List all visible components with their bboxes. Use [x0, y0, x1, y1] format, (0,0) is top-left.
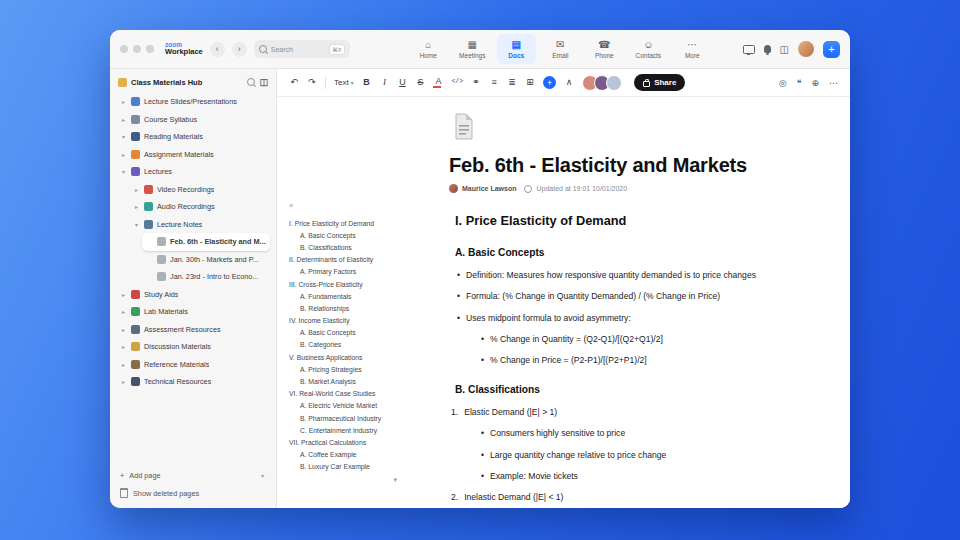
collapse-toolbar-button[interactable]: ∧ [564, 78, 574, 87]
panel-toggle-icon[interactable]: ◫ [780, 44, 789, 55]
tree-chevron-icon[interactable]: ▾ [120, 168, 127, 175]
sidebar-tree-item[interactable]: ▸ Reference Materials [116, 356, 270, 374]
nav-tab[interactable]: ⋯ More [673, 34, 712, 64]
nav-tab[interactable]: ✉ Email [541, 34, 580, 64]
outline-item[interactable]: VII. Practical Calculations [289, 436, 397, 448]
tree-chevron-icon[interactable]: ▸ [120, 116, 127, 123]
sidebar-tree-item[interactable]: ▸ Technical Resources [116, 373, 270, 391]
notifications-bell-icon[interactable] [764, 45, 771, 53]
show-deleted-pages-button[interactable]: Show deleted pages [120, 488, 266, 498]
nav-forward-button[interactable]: › [232, 42, 247, 57]
align-button[interactable]: ≣ [507, 78, 517, 87]
outline-item[interactable]: III. Cross-Price Elasticity [289, 278, 397, 290]
outline-item[interactable]: B. Classifications [289, 241, 397, 253]
sidebar-tree-item[interactable]: ▾ Reading Materials [116, 128, 270, 146]
bullet-list-button[interactable]: ≡ [489, 78, 499, 87]
sidebar-tree-item[interactable]: Jan. 23rd - Intro to Econo... [142, 268, 270, 286]
outline-item[interactable]: V. Business Applications [289, 351, 397, 363]
tree-chevron-icon[interactable]: ▸ [120, 291, 127, 298]
outline-item[interactable]: B. Luxury Car Example [289, 461, 397, 473]
code-button[interactable]: </> [451, 79, 463, 86]
doc-block[interactable]: • Definition: Measures how responsive qu… [457, 270, 817, 281]
outline-item[interactable]: A. Electric Vehicle Market [289, 400, 397, 412]
window-close-button[interactable] [120, 45, 128, 53]
tree-chevron-icon[interactable]: ▸ [133, 186, 140, 193]
undo-button[interactable]: ↶ [289, 78, 299, 87]
add-page-button[interactable]: + Add page ▾ [120, 471, 266, 480]
device-icon[interactable] [743, 45, 755, 54]
tree-chevron-icon[interactable]: ▾ [120, 133, 127, 140]
window-zoom-button[interactable] [146, 45, 154, 53]
text-style-dropdown[interactable]: Text ▾ [334, 78, 353, 87]
bold-button[interactable]: B [361, 78, 371, 87]
outline-item[interactable]: C. Entertainment Industry [289, 424, 397, 436]
doc-block[interactable]: 1. Elastic Demand (|E| > 1) [451, 407, 817, 418]
italic-button[interactable]: I [379, 78, 389, 87]
nav-tab[interactable]: ☺ Contacts [629, 34, 668, 64]
nav-tab[interactable]: ▦ Meetings [453, 34, 492, 64]
share-button[interactable]: Share [634, 74, 685, 91]
doc-block[interactable]: • Example: Movie tickets [481, 471, 817, 482]
sidebar-tree-item[interactable]: ▾ Lectures [116, 163, 270, 181]
document-scroll-area[interactable]: « I. Price Elasticity of Demand A. Basic… [277, 97, 850, 508]
sidebar-tree-item[interactable]: ▸ Discussion Materials [116, 338, 270, 356]
doc-block[interactable]: • Consumers highly sensitive to price [481, 428, 817, 439]
sidebar-collapse-icon[interactable]: ◫ [259, 77, 268, 87]
text-color-button[interactable]: A [433, 77, 443, 88]
sidebar-tree-item[interactable]: ▸ Lecture Slides/Presentations [116, 93, 270, 111]
outline-item[interactable]: B. Categories [289, 339, 397, 351]
tree-chevron-icon[interactable]: ▸ [120, 151, 127, 158]
doc-block[interactable]: 2. Inelastic Demand (|E| < 1) [451, 492, 817, 503]
globe-icon[interactable]: ⊕ [811, 78, 819, 88]
window-minimize-button[interactable] [133, 45, 141, 53]
nav-tab[interactable]: ▤ Docs [497, 34, 536, 64]
new-item-plus-button[interactable]: + [823, 41, 840, 58]
outline-item[interactable]: I. Price Elasticity of Demand [289, 217, 397, 229]
doc-block[interactable]: B. Classifications [449, 384, 817, 397]
outline-item[interactable]: IV. Income Elasticity [289, 315, 397, 327]
outline-collapse-icon[interactable]: « [289, 201, 397, 210]
outline-item[interactable]: A. Basic Concepts [289, 327, 397, 339]
sidebar-tree-item[interactable]: ▾ Lecture Notes [129, 216, 270, 234]
tree-chevron-icon[interactable]: ▸ [120, 378, 127, 385]
nav-tab[interactable]: ☎ Phone [585, 34, 624, 64]
tree-chevron-icon[interactable]: ▾ [133, 221, 140, 228]
doc-block[interactable]: • % Change in Price = (P2-P1)/[(P2+P1)/2… [481, 355, 817, 366]
outline-item[interactable]: VI. Real-World Case Studies [289, 388, 397, 400]
document-title[interactable]: Feb. 6th - Elasticity and Markets [449, 154, 817, 177]
sidebar-tree-item[interactable]: ▸ Assignment Materials [116, 146, 270, 164]
sidebar-tree-item[interactable]: Feb. 6th - Elasticity and M... [142, 233, 270, 251]
outline-item[interactable]: A. Coffee Example [289, 449, 397, 461]
redo-button[interactable]: ↷ [307, 78, 317, 87]
link-button[interactable]: ⚭ [471, 78, 481, 87]
tree-chevron-icon[interactable]: ▸ [120, 343, 127, 350]
outline-item[interactable]: A. Fundamentals [289, 290, 397, 302]
doc-block[interactable]: • Large quantity change relative to pric… [481, 450, 817, 461]
doc-block[interactable]: • Uses midpoint formula to avoid asymmet… [457, 313, 817, 324]
doc-block[interactable]: • % Change in Quantity = (Q2-Q1)/[(Q2+Q1… [481, 334, 817, 345]
sidebar-tree-item[interactable]: ▸ Audio Recordings [129, 198, 270, 216]
nav-back-button[interactable]: ‹ [210, 42, 225, 57]
sidebar-tree-item[interactable]: Jan. 30th - Markets and P... [142, 251, 270, 269]
insert-plus-button[interactable]: + [543, 76, 556, 89]
more-options-icon[interactable]: ⋯ [829, 78, 838, 88]
outline-item[interactable]: A. Primary Factors [289, 266, 397, 278]
video-camera-icon[interactable]: ◎ [779, 78, 787, 88]
outline-item[interactable]: A. Pricing Strategies [289, 363, 397, 375]
user-avatar[interactable] [798, 41, 814, 57]
add-page-chevron-icon[interactable]: ▾ [259, 472, 266, 479]
global-search-input[interactable]: Search ⌘F [254, 40, 350, 58]
outline-item[interactable]: B. Relationships [289, 302, 397, 314]
doc-block[interactable]: A. Basic Concepts [449, 247, 817, 260]
tree-chevron-icon[interactable]: ▸ [120, 326, 127, 333]
tree-chevron-icon[interactable]: ▸ [120, 361, 127, 368]
underline-button[interactable]: U [397, 78, 407, 87]
sidebar-tree-item[interactable]: ▸ Study Aids [116, 286, 270, 304]
outline-scroll-down-icon[interactable]: ▾ [289, 476, 397, 484]
outline-item[interactable]: II. Determinants of Elasticity [289, 254, 397, 266]
sidebar-search-icon[interactable] [247, 78, 255, 86]
doc-block[interactable]: • Formula: (% Change in Quantity Demande… [457, 291, 817, 302]
tree-chevron-icon[interactable]: ▸ [120, 98, 127, 105]
outline-item[interactable]: B. Pharmaceutical Industry [289, 412, 397, 424]
collaborator-avatar[interactable] [606, 75, 622, 91]
